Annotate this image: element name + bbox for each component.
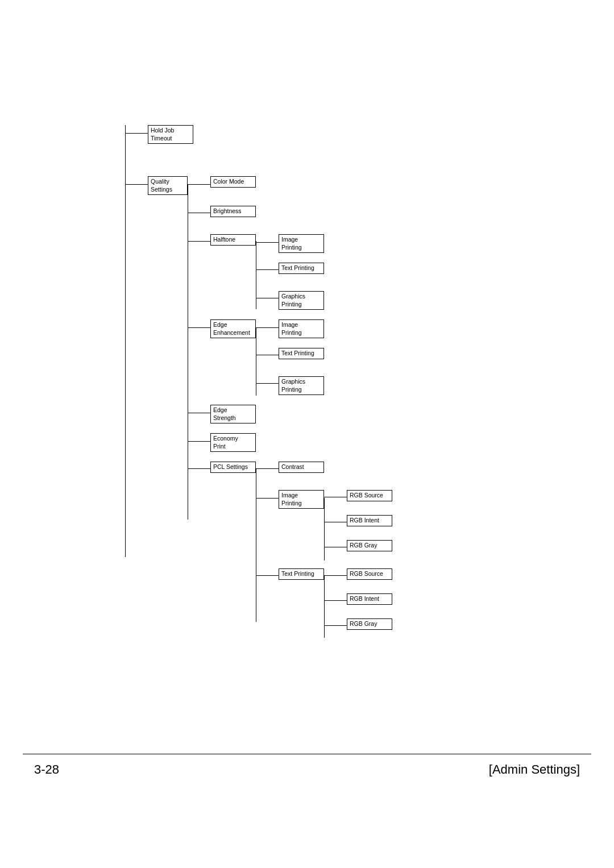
hline-edge-graphics bbox=[256, 383, 279, 384]
edge-image-box: ImagePrinting bbox=[279, 319, 324, 338]
hline-halftone-graphics bbox=[256, 298, 279, 298]
halftone-graphics-box: GraphicsPrinting bbox=[279, 291, 324, 310]
hline-pcl-image bbox=[256, 498, 279, 499]
hline-rgb-gray-2 bbox=[324, 625, 347, 626]
vline-edge-enhance bbox=[256, 327, 256, 396]
hline-quality bbox=[125, 184, 148, 185]
hline-text-printing bbox=[256, 575, 279, 576]
rgb-source-2-box: RGB Source bbox=[347, 568, 392, 580]
text-printing-box: Text Printing bbox=[279, 568, 324, 580]
vline-pcl bbox=[256, 468, 256, 622]
halftone-text-box: Text Printing bbox=[279, 263, 324, 274]
hline-pcl-settings bbox=[188, 468, 210, 469]
rgb-intent-2-box: RGB Intent bbox=[347, 593, 392, 605]
edge-graphics-box: GraphicsPrinting bbox=[279, 376, 324, 395]
hline-rgb-intent-1 bbox=[324, 522, 347, 522]
vline-quality-main bbox=[188, 184, 188, 520]
bottom-separator bbox=[23, 754, 591, 754]
edge-strength-box: EdgeStrength bbox=[210, 405, 256, 423]
hline-edge-image bbox=[256, 327, 279, 328]
hline-edge-enhancement bbox=[188, 327, 210, 328]
left-margin-line bbox=[125, 125, 126, 557]
hline-rgb-source-2 bbox=[324, 575, 347, 576]
hline-hold-job bbox=[125, 133, 148, 134]
rgb-gray-1-box: RGB Gray bbox=[347, 540, 392, 551]
brightness-box: Brightness bbox=[210, 206, 256, 217]
hline-edge-text bbox=[256, 355, 279, 355]
hline-rgb-intent-2 bbox=[324, 600, 347, 601]
hline-halftone-text bbox=[256, 269, 279, 270]
vline-halftone bbox=[256, 241, 256, 309]
section-title: [Admin Settings] bbox=[489, 762, 580, 777]
rgb-intent-1-box: RGB Intent bbox=[347, 515, 392, 526]
hline-rgb-source-1 bbox=[324, 497, 347, 497]
halftone-box: Halftone bbox=[210, 234, 256, 246]
hline-economy-print bbox=[188, 441, 210, 442]
halftone-image-box: ImagePrinting bbox=[279, 234, 324, 253]
hline-contrast bbox=[256, 468, 279, 469]
contrast-box: Contrast bbox=[279, 462, 324, 473]
hline-halftone-image bbox=[256, 242, 279, 243]
edge-text-box: Text Printing bbox=[279, 348, 324, 359]
pcl-settings-box: PCL Settings bbox=[210, 462, 256, 473]
hline-rgb-gray-1 bbox=[324, 547, 347, 547]
hline-halftone bbox=[188, 241, 210, 242]
vline-text-printing bbox=[324, 575, 325, 638]
hline-color-mode bbox=[188, 184, 210, 185]
hline-brightness bbox=[188, 213, 210, 213]
hold-job-timeout-box: Hold JobTimeout bbox=[148, 125, 193, 144]
footer: 3-28 [Admin Settings] bbox=[0, 762, 614, 777]
hline-edge-strength bbox=[188, 413, 210, 413]
quality-settings-box: QualitySettings bbox=[148, 176, 188, 195]
edge-enhancement-box: EdgeEnhancement bbox=[210, 319, 256, 338]
page-number: 3-28 bbox=[34, 762, 59, 777]
rgb-gray-2-box: RGB Gray bbox=[347, 618, 392, 630]
rgb-source-1-box: RGB Source bbox=[347, 490, 392, 501]
page-container: Hold JobTimeout QualitySettings Color Mo… bbox=[0, 0, 614, 868]
color-mode-box: Color Mode bbox=[210, 176, 256, 188]
vline-pcl-image bbox=[324, 498, 325, 560]
economy-print-box: EconomyPrint bbox=[210, 433, 256, 452]
pcl-image-box: ImagePrinting bbox=[279, 490, 324, 509]
